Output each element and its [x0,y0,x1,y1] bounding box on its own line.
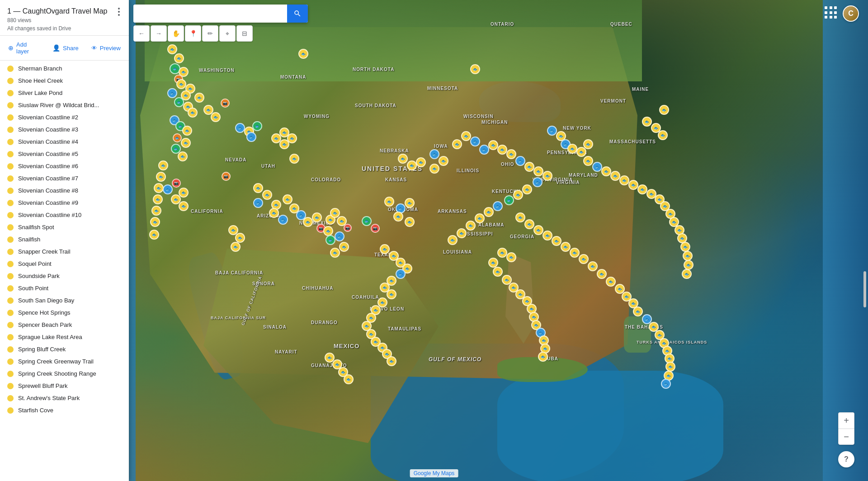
map-pin[interactable]: 🐟 [194,93,204,103]
layer-item-21[interactable]: Spencer Beach Park [0,319,129,331]
map-pin[interactable]: 🐟 [633,307,643,316]
map-pin[interactable]: 🐟 [181,138,191,148]
map-pin[interactable]: 🐟 [665,362,675,372]
layer-item-27[interactable]: St. Andrew's State Park [0,392,129,404]
layer-item-9[interactable]: Slovenian Coastline #7 [0,172,129,184]
map-pin[interactable]: 🐟 [153,194,163,204]
map-pin[interactable]: 🐟 [497,248,507,258]
map-pin[interactable]: 🐟 [506,149,516,159]
map-pin[interactable]: 🐟 [167,88,177,98]
map-pin[interactable]: 🐟 [289,154,299,164]
map-pin[interactable]: 🐟 [470,64,480,74]
map-pin[interactable]: 🐟 [583,156,593,166]
map-pin[interactable]: 🐟 [335,231,344,241]
map-pin[interactable]: 🐟 [149,230,159,240]
map-pin[interactable]: 🐟 [457,228,467,238]
layer-item-25[interactable]: Spring Creek Shooting Range [0,368,129,380]
map-pin[interactable]: 🐟 [398,154,408,164]
map-pin[interactable]: 🐟 [279,127,289,137]
apps-icon[interactable] [825,6,838,20]
search-button[interactable] [287,5,308,23]
search-input[interactable] [133,5,287,23]
map-pin[interactable]: 📷 [344,224,352,232]
map-pin[interactable]: 🐟 [619,175,629,185]
map-pin[interactable]: 🐟 [179,201,189,211]
layer-item-23[interactable]: Spring Bluff Creek [0,343,129,355]
map-pin[interactable]: 🐟 [493,267,503,277]
zoom-out-button[interactable]: − [838,429,854,445]
layer-item-16[interactable]: Soquel Point [0,258,129,270]
map-pin[interactable]: 🐟 [659,105,669,115]
map-pin[interactable]: 🐟 [174,53,184,63]
map-pin[interactable]: 🐟 [488,140,498,150]
map-pin[interactable]: 🐟 [405,198,415,208]
map-pin[interactable]: 🐟 [253,198,263,208]
map-pin[interactable]: 🐟 [658,130,668,140]
map-pin[interactable]: 🐟 [387,289,396,299]
map-pin[interactable]: 🐟 [167,44,177,54]
map-pin[interactable]: 🐟 [606,277,616,287]
map-pin[interactable]: 📷 [371,224,380,233]
layer-item-10[interactable]: Slovenian Coastline #8 [0,184,129,197]
map-pin[interactable]: 🐟 [231,242,241,252]
map-pin[interactable]: 🐟 [326,235,335,245]
map-pin[interactable]: 🐟 [552,236,561,246]
map-pin[interactable]: 🐟 [637,184,647,194]
map-pin[interactable]: 📷 [222,172,231,181]
map-pin[interactable]: 🐟 [475,213,485,223]
share-button[interactable]: 👤 Share [50,42,81,53]
map-pin[interactable]: 🐟 [524,162,534,172]
add-layer-button[interactable]: ⊕ Add layer [5,39,42,57]
layer-item-13[interactable]: Snailfish Spot [0,221,129,233]
map-pin[interactable]: 🐟 [570,248,580,258]
scrollbar-thumb[interactable] [863,271,866,307]
layer-item-4[interactable]: Slovenian Coastline #2 [0,111,129,123]
map-pin[interactable]: 🐟 [384,197,394,207]
map-pin[interactable]: 🐟 [246,132,256,142]
map-pin[interactable]: 🐟 [567,144,577,154]
map-pin[interactable]: 🐟 [283,194,292,204]
map-pin[interactable]: 🐟 [163,184,173,194]
map-pin[interactable]: 🐟 [461,131,471,141]
map-pin[interactable]: 🐟 [479,145,489,155]
map-pin[interactable]: 🐟 [493,201,503,211]
map-pin[interactable]: 🐟 [538,352,548,362]
map-pin[interactable]: 🐟 [661,379,671,389]
map-pin[interactable]: 🐟 [628,180,638,190]
map-pin[interactable]: 🐟 [253,183,263,193]
layer-item-3[interactable]: Siuslaw River @ Wildcat Brid... [0,99,129,111]
map-pin[interactable]: 🐟 [150,217,160,227]
map-pin[interactable]: 🐟 [344,374,354,384]
map-pin[interactable]: 🐟 [182,126,192,136]
map-pin[interactable]: 🐟 [235,233,245,243]
layer-item-8[interactable]: Slovenian Coastline #6 [0,160,129,172]
help-button[interactable]: ? [838,451,854,467]
map-pin[interactable]: 🐟 [513,190,523,200]
map-pin[interactable]: 🐟 [396,269,406,279]
map-pin[interactable]: 🐟 [298,49,308,59]
map-pin[interactable]: 🐟 [588,261,598,271]
user-avatar[interactable]: C [843,5,859,22]
map-pin[interactable]: 🐟 [330,248,340,258]
layer-item-6[interactable]: Slovenian Coastline #4 [0,136,129,148]
map-pin[interactable]: 🐟 [377,297,387,307]
map-pin[interactable]: 📷 [172,179,181,188]
map-pin[interactable]: 🐟 [583,139,593,149]
measure-button[interactable]: ⊟ [236,25,253,42]
map-pin[interactable]: 🐟 [405,217,415,227]
draw-line-button[interactable]: ✏ [202,25,218,42]
layer-item-15[interactable]: Snapper Creek Trail [0,245,129,258]
menu-button[interactable] [113,6,124,17]
map-pin[interactable]: 🐟 [470,137,480,146]
map-pin[interactable]: 🐟 [387,356,396,366]
map-pin[interactable]: 🐟 [278,215,288,225]
map-pin[interactable]: 🐟 [597,269,607,279]
map-pin[interactable]: 🐟 [407,160,417,170]
map-pin[interactable]: 🐟 [522,184,532,194]
map-pin[interactable]: 🐟 [579,254,589,264]
layer-item-2[interactable]: Silver Lake Pond [0,87,129,99]
map-pin[interactable]: 🐟 [542,231,552,240]
layer-item-22[interactable]: Sprague Lake Rest Area [0,331,129,343]
map-pin[interactable]: 🐟 [533,177,542,187]
map-pin[interactable]: 🐟 [680,242,690,252]
